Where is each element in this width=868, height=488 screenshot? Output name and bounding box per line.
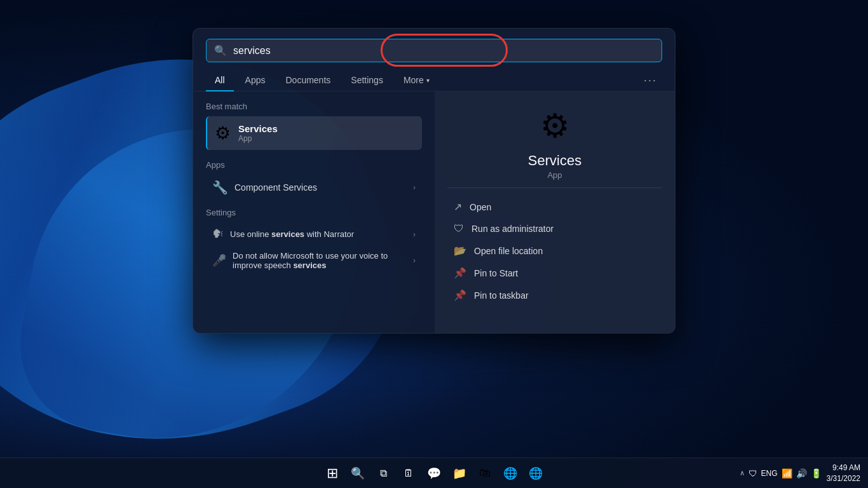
right-panel-divider — [447, 187, 662, 188]
narrator-setting-text: Use online services with Narrator — [230, 229, 354, 239]
results-area: Best match ⚙ Services App Apps 🔧 Compone… — [193, 92, 675, 333]
taskbar-right: ∧ 🛡 ENG 📶 🔊 🔋 9:49 AM 3/31/2022 — [740, 463, 868, 484]
battery-icon: 🔋 — [811, 468, 822, 478]
action-open[interactable]: ↗ Open — [447, 196, 662, 218]
action-pin-taskbar-label: Pin to taskbar — [474, 290, 529, 301]
best-match-text: Services App — [238, 123, 278, 143]
search-panel: 🔍 All Apps Documents Settings More ▾ ···… — [193, 28, 675, 334]
task-view-button[interactable]: ⧉ — [372, 462, 395, 485]
date-display: 3/31/2022 — [827, 473, 860, 484]
open-icon: ↗ — [454, 201, 462, 213]
store-button[interactable]: 🛍 — [473, 462, 496, 485]
chat-button[interactable]: 💬 — [423, 462, 445, 485]
component-services-icon: 🔧 — [212, 180, 228, 195]
search-bar[interactable]: 🔍 — [206, 39, 662, 62]
component-services-left: 🔧 Component Services — [212, 180, 317, 195]
services-app-icon: ⚙ — [215, 123, 231, 144]
chevron-down-icon: ▾ — [426, 77, 430, 84]
narrator-bold: services — [271, 229, 304, 239]
start-button[interactable]: ⊞ — [321, 462, 344, 485]
speech-services-setting[interactable]: 🎤 Do not allow Microsoft to use your voi… — [206, 246, 422, 275]
best-match-name: Services — [238, 123, 278, 134]
action-pin-to-taskbar[interactable]: 📌 Pin to taskbar — [447, 284, 662, 306]
narrator-services-setting[interactable]: 🗣 Use online services with Narrator › — [206, 222, 422, 246]
taskbar-center: ⊞ 🔍 ⧉ 🗓 💬 📁 🛍 🌐 🌐 — [321, 462, 547, 485]
tab-all[interactable]: All — [206, 70, 234, 92]
search-taskbar-button[interactable]: 🔍 — [346, 462, 369, 485]
results-right: ⚙ Services App ↗ Open 🛡 Run as administr… — [435, 92, 675, 333]
right-panel-app-icon: ⚙ — [540, 107, 570, 145]
tab-apps[interactable]: Apps — [236, 70, 275, 92]
wifi-icon: 📶 — [782, 468, 792, 478]
edge-button[interactable]: 🌐 — [499, 462, 522, 485]
tab-documents[interactable]: Documents — [276, 70, 339, 92]
more-options-button[interactable]: ··· — [639, 70, 662, 91]
volume-icon: 🔊 — [796, 468, 807, 478]
component-services-name: Component Services — [234, 182, 317, 193]
search-bar-wrapper: 🔍 — [193, 29, 675, 67]
microphone-icon: 🎤 — [212, 254, 226, 268]
action-run-admin-label: Run as administrator — [471, 224, 553, 234]
results-left: Best match ⚙ Services App Apps 🔧 Compone… — [193, 92, 435, 333]
time-display: 9:49 AM — [827, 463, 860, 473]
taskbar: ⊞ 🔍 ⧉ 🗓 💬 📁 🛍 🌐 🌐 — [0, 458, 868, 488]
more-label: More — [403, 75, 424, 85]
action-run-as-admin[interactable]: 🛡 Run as administrator — [447, 218, 662, 240]
speech-setting-left: 🎤 Do not allow Microsoft to use your voi… — [212, 251, 407, 270]
action-pin-to-start[interactable]: 📌 Pin to Start — [447, 262, 662, 284]
file-explorer-button[interactable]: 📁 — [448, 462, 471, 485]
tray-expand-icon[interactable]: ∧ — [740, 469, 745, 477]
chrome-button[interactable]: 🌐 — [524, 462, 547, 485]
action-pin-start-label: Pin to Start — [474, 268, 518, 278]
action-open-label: Open — [470, 202, 491, 212]
clock[interactable]: 9:49 AM 3/31/2022 — [827, 463, 860, 484]
speech-chevron-icon: › — [413, 256, 416, 265]
system-tray: ∧ 🛡 ENG 📶 🔊 🔋 — [740, 468, 822, 478]
narrator-setting-left: 🗣 Use online services with Narrator — [212, 227, 354, 241]
shield-icon: 🛡 — [454, 223, 464, 234]
filter-tabs: All Apps Documents Settings More ▾ ··· — [193, 67, 675, 92]
chevron-right-icon: › — [413, 183, 416, 192]
component-services-item[interactable]: 🔧 Component Services › — [206, 175, 422, 200]
speech-bold: services — [293, 261, 326, 270]
best-match-label: Best match — [206, 102, 422, 111]
right-panel-app-name: Services — [528, 152, 581, 169]
action-open-file-location[interactable]: 📂 Open file location — [447, 240, 662, 262]
right-panel-app-type: App — [547, 170, 562, 180]
tab-more[interactable]: More ▾ — [395, 70, 438, 92]
language-indicator[interactable]: ENG — [761, 469, 778, 478]
tab-settings[interactable]: Settings — [342, 70, 392, 92]
best-match-type: App — [238, 134, 278, 143]
settings-section-label: Settings — [206, 208, 422, 217]
speech-setting-text: Do not allow Microsoft to use your voice… — [233, 251, 407, 270]
pin-taskbar-icon: 📌 — [454, 289, 466, 301]
search-icon: 🔍 — [214, 44, 227, 57]
folder-icon: 📂 — [454, 245, 466, 257]
security-icon: 🛡 — [749, 468, 757, 478]
widgets-button[interactable]: 🗓 — [397, 462, 420, 485]
apps-section-label: Apps — [206, 160, 422, 170]
narrator-chevron-icon: › — [413, 230, 416, 239]
action-file-location-label: Open file location — [474, 246, 543, 256]
pin-start-icon: 📌 — [454, 267, 466, 279]
narrator-icon: 🗣 — [212, 227, 224, 241]
search-input[interactable] — [233, 45, 654, 57]
best-match-item[interactable]: ⚙ Services App — [206, 116, 422, 150]
